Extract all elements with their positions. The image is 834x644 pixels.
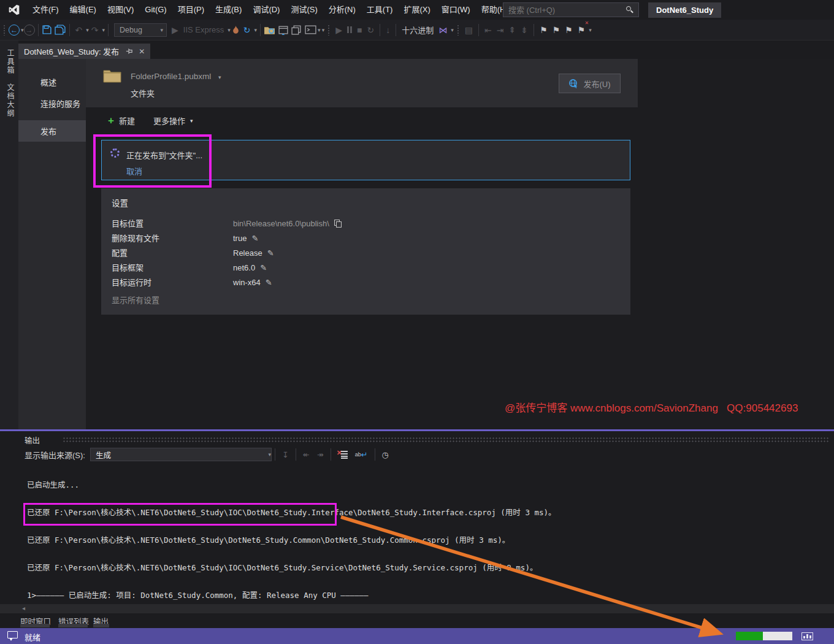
previous-bookmark-icon[interactable]: ⚑	[549, 22, 562, 38]
menu-view[interactable]: 视图(V)	[102, 0, 139, 20]
increase-indent-icon[interactable]: ⇥	[494, 22, 507, 38]
word-wrap-icon[interactable]: ab ↵	[355, 450, 368, 459]
restart-caret-icon[interactable]: ▾	[254, 27, 258, 33]
publish-button[interactable]: 发布(U)	[559, 74, 621, 93]
menu-file[interactable]: 文件(F)	[27, 0, 64, 20]
pin-icon[interactable]	[125, 47, 133, 55]
hexadecimal-toggle[interactable]: 十六进制	[399, 24, 436, 36]
drag-texture	[63, 437, 829, 443]
title-bar: 文件(F) 编辑(E) 视图(V) Git(G) 项目(P) 生成(B) 调试(…	[0, 0, 834, 20]
copy-window-icon[interactable]	[291, 25, 302, 35]
menu-test[interactable]: 测试(S)	[285, 0, 323, 20]
publishing-status-text: 正在发布到"文件夹"...	[126, 149, 202, 161]
menu-debug[interactable]: 调试(D)	[247, 0, 285, 20]
setting-row-target-runtime: 目标运行时 win-x64 ✎	[112, 276, 272, 288]
continue-icon[interactable]: ▶	[333, 22, 345, 38]
close-tab-icon[interactable]: ✕	[139, 47, 145, 56]
step-over-icon[interactable]: ↓	[383, 22, 392, 38]
pause-icon[interactable]	[345, 26, 354, 33]
more-actions-button[interactable]: 更多操作 ▾	[153, 115, 193, 126]
clear-bookmarks-icon[interactable]: ⚑✕	[575, 22, 588, 38]
toolbar-grip[interactable]	[3, 25, 6, 36]
navigate-forward-icon[interactable]: →	[24, 25, 35, 36]
terminal-icon[interactable]	[305, 25, 316, 34]
save-all-icon[interactable]	[55, 25, 66, 35]
quick-search-box[interactable]	[503, 2, 639, 17]
stop-icon[interactable]: ■	[354, 22, 364, 38]
parallel-stacks-icon[interactable]: ⋈	[436, 22, 450, 38]
redo-dropdown-icon[interactable]: ▾	[102, 27, 105, 33]
debug-overflow-icon[interactable]: ▾	[451, 27, 454, 33]
restart-app-icon[interactable]: ↻	[241, 22, 253, 38]
spinner-icon	[110, 148, 120, 158]
edit-pencil-icon[interactable]: ✎	[266, 278, 272, 287]
previous-message-icon[interactable]: ↞	[299, 450, 313, 459]
output-source-select[interactable]: 生成 ▾	[90, 448, 272, 461]
show-all-settings-link[interactable]: 显示所有设置	[112, 294, 159, 305]
next-bookmark-icon[interactable]: ⚑	[562, 22, 575, 38]
next-message-icon[interactable]: ↠	[313, 450, 327, 459]
timestamp-icon[interactable]: ◷	[378, 450, 392, 459]
ab-glyph: ab	[355, 452, 361, 457]
goto-message-icon[interactable]: ↧	[278, 450, 293, 459]
menu-build[interactable]: 生成(B)	[210, 0, 247, 20]
edit-pencil-icon[interactable]: ✎	[260, 263, 267, 272]
menu-project[interactable]: 项目(P)	[172, 0, 210, 20]
hot-reload-icon[interactable]	[232, 26, 239, 34]
terminal-caret-icon[interactable]: ▾	[318, 27, 321, 33]
comment-icon[interactable]: ⇞	[506, 22, 518, 38]
run-target-label[interactable]: IIS Express	[181, 22, 226, 38]
toolbar-grip[interactable]	[457, 25, 459, 36]
start-debug-icon[interactable]: ▶	[169, 22, 181, 38]
setting-value: bin\Release\net6.0\publish\	[233, 219, 329, 228]
toolbar-grip[interactable]	[327, 25, 330, 36]
menu-window[interactable]: 窗口(W)	[436, 0, 476, 20]
toolbar-separator	[380, 24, 380, 36]
sidebar-tab-document-outline[interactable]: 文档大纲	[5, 83, 15, 118]
edit-pencil-icon[interactable]: ✎	[251, 234, 258, 243]
profile-name-label: FolderProfile1.pubxml	[131, 72, 211, 81]
undo-icon[interactable]: ↶	[73, 22, 85, 38]
document-tab-publish[interactable]: DotNet6_Web_Study: 发布 ✕	[18, 44, 150, 59]
menu-git[interactable]: Git(G)	[139, 0, 172, 20]
feedback-bubble-icon[interactable]	[7, 631, 18, 638]
navigate-back-icon[interactable]: ←	[9, 25, 20, 36]
find-in-files-icon[interactable]	[264, 25, 275, 35]
toolbar-overflow-icon[interactable]: ▾	[322, 27, 325, 33]
redo-icon[interactable]: ↷	[89, 22, 101, 38]
menu-edit[interactable]: 编辑(E)	[64, 0, 102, 20]
menu-analyze[interactable]: 分析(N)	[323, 0, 361, 20]
restart-icon[interactable]: ↻	[364, 22, 377, 38]
sidebar-item-publish[interactable]: 发布	[18, 120, 86, 142]
output-line: 已启动生成...	[27, 480, 824, 489]
clear-all-icon[interactable]: ✕	[338, 451, 348, 459]
copy-path-icon[interactable]	[334, 220, 342, 228]
bookmarks-overflow-icon[interactable]: ▾	[589, 27, 592, 33]
back-dropdown-icon[interactable]: ▾	[21, 27, 24, 33]
solution-configuration-select[interactable]: Debug ▾	[114, 23, 167, 37]
cancel-publish-link[interactable]: 取消	[126, 165, 142, 177]
panel-splitter[interactable]	[0, 429, 834, 431]
sidebar-item-overview[interactable]: 概述	[18, 71, 86, 93]
decrease-indent-icon[interactable]: ⇤	[482, 22, 494, 38]
profile-select[interactable]: FolderProfile1.pubxml ▾	[131, 72, 221, 81]
new-profile-button[interactable]: 新建	[119, 115, 135, 126]
edit-pencil-icon[interactable]: ✎	[267, 248, 274, 258]
status-bar: 就绪	[0, 628, 834, 644]
scroll-left-arrow-icon[interactable]: ◂	[22, 605, 25, 611]
menu-tools[interactable]: 工具(T)	[361, 0, 399, 20]
sidebar-tab-toolbox[interactable]: 工具箱	[5, 49, 15, 75]
settings-header: 设置	[112, 196, 128, 209]
notifications-icon[interactable]	[801, 632, 813, 640]
toggle-bookmark-icon[interactable]: ⚑	[537, 22, 550, 38]
new-window-icon[interactable]	[278, 25, 289, 35]
search-input[interactable]	[503, 6, 626, 15]
run-target-caret-icon[interactable]: ▾	[228, 27, 231, 33]
uncomment-icon[interactable]: ⇟	[518, 22, 530, 38]
save-icon[interactable]	[42, 25, 52, 35]
paste-icon[interactable]: ▤	[462, 22, 475, 38]
menu-extensions[interactable]: 扩展(X)	[398, 0, 435, 20]
profile-caret-icon: ▾	[218, 74, 221, 80]
sidebar-item-connected-services[interactable]: 连接的服务	[18, 93, 86, 114]
horizontal-scrollbar[interactable]: ◂	[0, 604, 834, 613]
